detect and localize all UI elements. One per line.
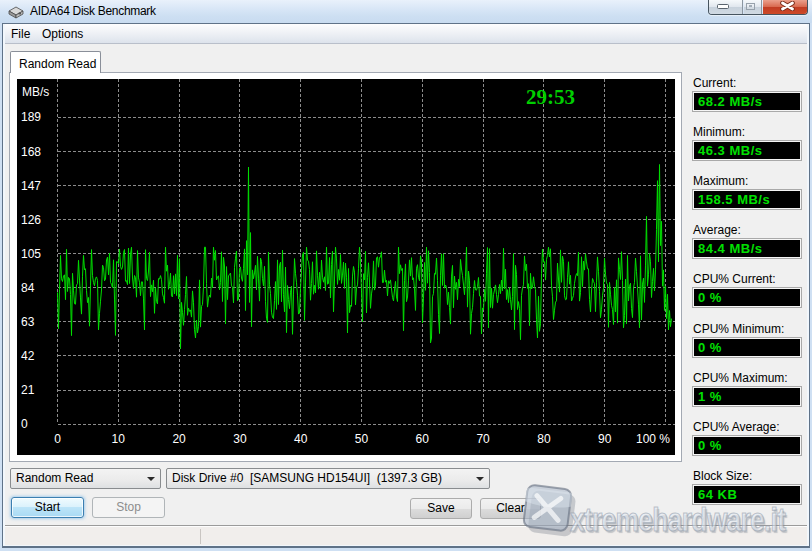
svg-text:80: 80: [537, 432, 551, 446]
svg-text:10: 10: [112, 432, 126, 446]
svg-text:100 %: 100 %: [636, 432, 670, 446]
svg-text:21: 21: [21, 383, 35, 397]
svg-text:90: 90: [598, 432, 612, 446]
svg-text:60: 60: [416, 432, 430, 446]
svg-text:189: 189: [21, 110, 41, 124]
svg-text:MB/s: MB/s: [22, 85, 49, 99]
svg-text:126: 126: [21, 213, 41, 227]
svg-text:105: 105: [21, 247, 41, 261]
svg-text:0: 0: [21, 417, 28, 431]
svg-text:0: 0: [54, 432, 61, 446]
svg-text:20: 20: [172, 432, 186, 446]
svg-text:84: 84: [21, 281, 35, 295]
svg-text:50: 50: [355, 432, 369, 446]
svg-text:29:53: 29:53: [526, 85, 575, 109]
svg-text:30: 30: [233, 432, 247, 446]
svg-text:40: 40: [294, 432, 308, 446]
svg-text:168: 168: [21, 145, 41, 159]
svg-text:147: 147: [21, 179, 41, 193]
svg-text:70: 70: [476, 432, 490, 446]
svg-text:63: 63: [21, 315, 35, 329]
svg-text:42: 42: [21, 349, 35, 363]
